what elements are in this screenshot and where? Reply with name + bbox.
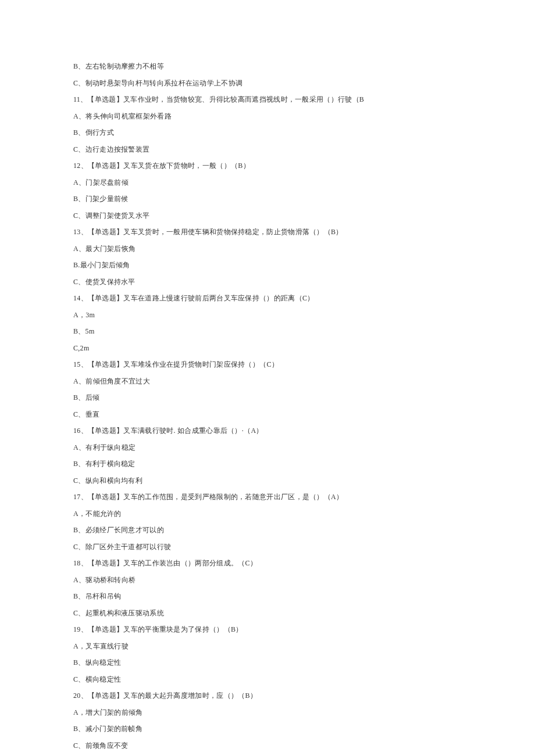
text-line: A、最大门架后恢角 xyxy=(73,245,462,252)
text-line: 16、【单选题】叉车满载行驶时. 如合成重心靠后（）·（A） xyxy=(73,427,462,434)
text-line: B、门架少量前候 xyxy=(73,195,462,202)
text-line: 19、【单选题】叉车的平衡重块是为了保持（）（B） xyxy=(73,626,462,633)
text-line: 12、【单选题】叉车叉货在放下货物时，一般（）（B） xyxy=(73,162,462,169)
text-line: A、门架尽盘前倾 xyxy=(73,179,462,186)
text-line: B、纵向稳定性 xyxy=(73,659,462,666)
text-line: C、前颈角应不变 xyxy=(73,742,462,749)
text-line: B、后倾 xyxy=(73,394,462,401)
text-line: A、将头伸向司机室框架外看路 xyxy=(73,113,462,120)
text-line: B、有利于横向稳定 xyxy=(73,460,462,467)
text-line: 14、【单选题】叉车在道路上慢速行驶前后两台叉车应保持（）的距离（C） xyxy=(73,295,462,302)
text-line: A，不能允许的 xyxy=(73,510,462,517)
text-line: C、垂直 xyxy=(73,411,462,418)
text-line: C、除厂区外主干道都可以行驶 xyxy=(73,543,462,550)
text-line: B、倒行方式 xyxy=(73,129,462,136)
text-line: C,2m xyxy=(73,345,462,352)
text-line: C、纵向和横向均有利 xyxy=(73,477,462,484)
text-line: C、横向稳定性 xyxy=(73,676,462,683)
text-line: B、左右轮制动摩擦力不相等 xyxy=(73,63,462,70)
text-line: A，3m xyxy=(73,311,462,318)
text-line: B、减小门架的前帧角 xyxy=(73,725,462,732)
text-line: B.最小门架后倾角 xyxy=(73,261,462,268)
text-line: 20、【单选题】叉车的最大起升高度增加时，应（）（B） xyxy=(73,692,462,699)
text-line: C、使货叉保持水平 xyxy=(73,278,462,285)
text-line: A、驱动桥和转向桥 xyxy=(73,576,462,583)
text-line: C、起重机构和液压驱动系统 xyxy=(73,610,462,617)
text-line: B、必须经厂长同意才可以的 xyxy=(73,526,462,533)
document-content: B、左右轮制动摩擦力不相等 C、制动时悬架导向杆与转向系拉杆在运动学上不协调 1… xyxy=(73,63,462,756)
text-line: C、调整门架使货叉水平 xyxy=(73,212,462,219)
text-line: A、前倾但角度不宜过大 xyxy=(73,378,462,385)
text-line: C、制动时悬架导向杆与转向系拉杆在运动学上不协调 xyxy=(73,80,462,87)
text-line: 17、【单选题】叉车的工作范围，是受到严格限制的，若随意开出厂区，是（）（A） xyxy=(73,493,462,500)
text-line: 18、【单选题】叉车的工作装岂由（）两部分组成。（C） xyxy=(73,560,462,567)
text-line: C、边行走边按报警装置 xyxy=(73,146,462,153)
text-line: B、吊杆和吊钩 xyxy=(73,593,462,600)
text-line: A，增大门架的前倾角 xyxy=(73,709,462,716)
text-line: 13、【单选题】叉车叉货时，一般用使车辆和货物保持稳定，防止货物滑落（）（B） xyxy=(73,228,462,235)
text-line: A，叉车直线行驶 xyxy=(73,643,462,650)
text-line: B、5m xyxy=(73,328,462,335)
text-line: 15、【单选题】叉车堆垛作业在提升货物时门架应保持（）（C） xyxy=(73,361,462,368)
text-line: 11、【单选题】叉车作业时，当货物较宽、升得比较高而遮挡视线时，一般采用（）行驶… xyxy=(73,96,462,103)
text-line: A、有利于纵向稳定 xyxy=(73,444,462,451)
